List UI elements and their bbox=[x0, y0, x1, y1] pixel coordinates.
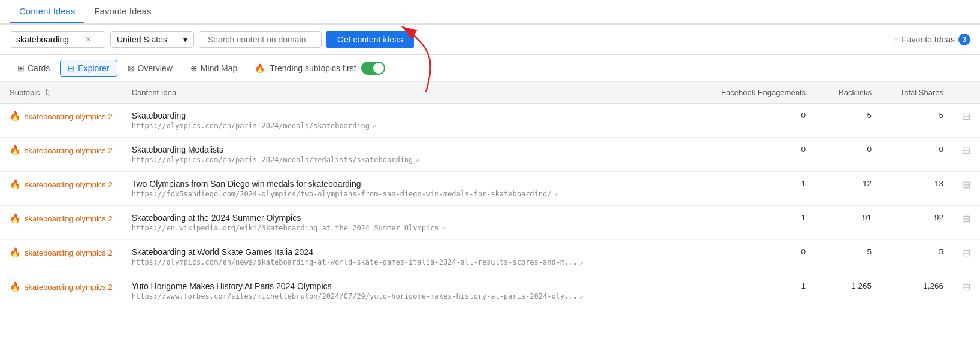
row-menu-icon[interactable]: ⊟ bbox=[963, 248, 970, 258]
flame-icon: 🔥 bbox=[10, 213, 21, 224]
grid-icon: ⊞ bbox=[17, 63, 25, 73]
subtopic-text: skateboarding olympics 2 bbox=[25, 112, 113, 121]
table-row: 🔥 skateboarding olympics 2 Two Olympians… bbox=[0, 172, 980, 206]
fb-engagements-cell: 1 bbox=[712, 274, 815, 308]
subtopic-text: skateboarding olympics 2 bbox=[25, 248, 113, 257]
table-row: 🔥 skateboarding olympics 2 Skateboarding… bbox=[0, 240, 980, 274]
row-menu-icon[interactable]: ⊟ bbox=[963, 282, 970, 292]
subtopic-cell: 🔥 skateboarding olympics 2 bbox=[0, 172, 122, 206]
domain-search-input[interactable] bbox=[199, 31, 322, 48]
chevron-down-icon: ▾ bbox=[183, 35, 187, 44]
fb-engagements-cell: 1 bbox=[712, 172, 815, 206]
subtopic-cell: 🔥 skateboarding olympics 2 bbox=[0, 206, 122, 240]
subtopic-text: skateboarding olympics 2 bbox=[25, 283, 113, 292]
idea-url: https://fox5sandiego.com/2024-olympics/t… bbox=[132, 190, 702, 198]
total-shares-cell: 92 bbox=[881, 206, 953, 240]
subtopic-cell: 🔥 skateboarding olympics 2 bbox=[0, 274, 122, 308]
total-shares-cell: 1,266 bbox=[881, 274, 953, 308]
toolbar: × United States ▾ Get content ideas ≡ Fa… bbox=[0, 25, 980, 55]
flame-icon: 🔥 bbox=[10, 247, 21, 258]
idea-title: Skateboarding Medalists bbox=[132, 145, 702, 154]
toggle-slider bbox=[361, 62, 385, 75]
content-idea-cell: Skateboarding Medalists https://olympics… bbox=[122, 138, 712, 172]
explorer-tab-label: Explorer bbox=[78, 63, 109, 73]
subtopic-cell: 🔥 skateboarding olympics 2 bbox=[0, 104, 122, 138]
content-ideas-table: Subtopic ⇅ Content Idea Facebook Engagem… bbox=[0, 82, 980, 308]
backlinks-cell: 0 bbox=[815, 138, 881, 172]
idea-url: https://olympics.com/en/paris-2024/medal… bbox=[132, 156, 702, 164]
total-shares-cell: 0 bbox=[881, 138, 953, 172]
favorite-ideas-button[interactable]: ≡ Favorite Ideas 3 bbox=[893, 34, 970, 45]
fb-engagements-cell: 0 bbox=[712, 138, 815, 172]
favorite-count-badge: 3 bbox=[958, 34, 970, 45]
cards-tab-label: Cards bbox=[28, 63, 50, 73]
flame-icon: 🔥 bbox=[10, 179, 21, 190]
table-row: 🔥 skateboarding olympics 2 Skateboarding… bbox=[0, 138, 980, 172]
country-label: United States bbox=[117, 35, 167, 44]
tab-favorite-ideas[interactable]: Favorite Ideas bbox=[84, 0, 161, 23]
idea-title: Skateboarding bbox=[132, 111, 702, 120]
tab-overview[interactable]: ⊠ Overview bbox=[120, 60, 180, 77]
idea-title: Skateboarding at the 2024 Summer Olympic… bbox=[132, 213, 702, 223]
idea-title: Yuto Horigome Makes History At Paris 202… bbox=[132, 281, 702, 291]
table-header-row: Subtopic ⇅ Content Idea Facebook Engagem… bbox=[0, 82, 980, 104]
backlinks-cell: 91 bbox=[815, 206, 881, 240]
tab-content-ideas[interactable]: Content Ideas bbox=[10, 0, 84, 23]
overview-tab-label: Overview bbox=[138, 63, 173, 73]
favorite-ideas-label: Favorite Ideas bbox=[902, 35, 955, 44]
external-link-icon[interactable]: ↗ bbox=[554, 190, 558, 198]
fb-engagements-cell: 1 bbox=[712, 206, 815, 240]
clear-keyword-button[interactable]: × bbox=[86, 35, 91, 44]
external-link-icon[interactable]: ↗ bbox=[415, 156, 419, 164]
flame-icon: 🔥 bbox=[10, 111, 21, 122]
total-shares-cell: 13 bbox=[881, 172, 953, 206]
fb-engagements-cell: 0 bbox=[712, 104, 815, 138]
backlinks-cell: 12 bbox=[815, 172, 881, 206]
external-link-icon[interactable]: ↗ bbox=[580, 293, 584, 300]
keyword-input-wrap: × bbox=[10, 31, 105, 48]
view-tabs-bar: ⊞ Cards ⊟ Explorer ⊠ Overview ⊕ Mind Map… bbox=[0, 55, 980, 82]
get-content-ideas-button[interactable]: Get content ideas bbox=[326, 31, 414, 48]
col-header-content-idea: Content Idea bbox=[122, 82, 712, 104]
external-link-icon[interactable]: ↗ bbox=[580, 259, 584, 266]
backlinks-cell: 5 bbox=[815, 104, 881, 138]
tab-cards[interactable]: ⊞ Cards bbox=[10, 60, 58, 77]
idea-title: Two Olympians from San Diego win medals … bbox=[132, 179, 702, 189]
table-icon: ⊟ bbox=[68, 63, 75, 73]
flame-icon: 🔥 bbox=[10, 145, 21, 156]
trending-toggle[interactable] bbox=[361, 62, 385, 75]
subtopic-cell: 🔥 skateboarding olympics 2 bbox=[0, 138, 122, 172]
idea-url: https://olympics.com/en/paris-2024/medal… bbox=[132, 122, 702, 130]
col-header-fb: Facebook Engagements bbox=[712, 82, 815, 104]
row-menu-icon[interactable]: ⊟ bbox=[963, 145, 970, 156]
tab-explorer[interactable]: ⊟ Explorer bbox=[60, 60, 117, 77]
idea-title: Skateboarding at World Skate Games Itali… bbox=[132, 247, 702, 257]
tab-mindmap[interactable]: ⊕ Mind Map bbox=[183, 60, 245, 77]
sort-icon[interactable]: ⇅ bbox=[44, 88, 51, 97]
external-link-icon[interactable]: ↗ bbox=[372, 122, 376, 130]
trending-label-text: Trending subtopics first bbox=[270, 63, 356, 73]
total-shares-cell: 5 bbox=[881, 104, 953, 138]
table-row: 🔥 skateboarding olympics 2 Skateboarding… bbox=[0, 104, 980, 138]
subtopic-text: skateboarding olympics 2 bbox=[25, 180, 113, 189]
idea-url: https://olympics.com/en/news/skateboardi… bbox=[132, 258, 702, 266]
table-row: 🔥 skateboarding olympics 2 Yuto Horigome… bbox=[0, 274, 980, 308]
col-header-actions bbox=[953, 82, 980, 104]
keyword-input[interactable] bbox=[16, 35, 82, 44]
row-action-cell: ⊟ bbox=[953, 274, 980, 308]
row-action-cell: ⊟ bbox=[953, 104, 980, 138]
col-header-backlinks: Backlinks bbox=[815, 82, 881, 104]
fb-engagements-cell: 0 bbox=[712, 240, 815, 274]
row-menu-icon[interactable]: ⊟ bbox=[963, 111, 970, 122]
row-menu-icon[interactable]: ⊟ bbox=[963, 214, 970, 224]
external-link-icon[interactable]: ↗ bbox=[441, 224, 446, 232]
list-icon: ≡ bbox=[893, 35, 898, 44]
backlinks-cell: 5 bbox=[815, 240, 881, 274]
flame-trending-icon: 🔥 bbox=[255, 63, 265, 73]
country-select[interactable]: United States ▾ bbox=[110, 31, 194, 48]
row-menu-icon[interactable]: ⊟ bbox=[963, 180, 970, 190]
row-action-cell: ⊟ bbox=[953, 206, 980, 240]
content-idea-cell: Skateboarding at the 2024 Summer Olympic… bbox=[122, 206, 712, 240]
row-action-cell: ⊟ bbox=[953, 172, 980, 206]
col-header-total-shares: Total Shares bbox=[881, 82, 953, 104]
